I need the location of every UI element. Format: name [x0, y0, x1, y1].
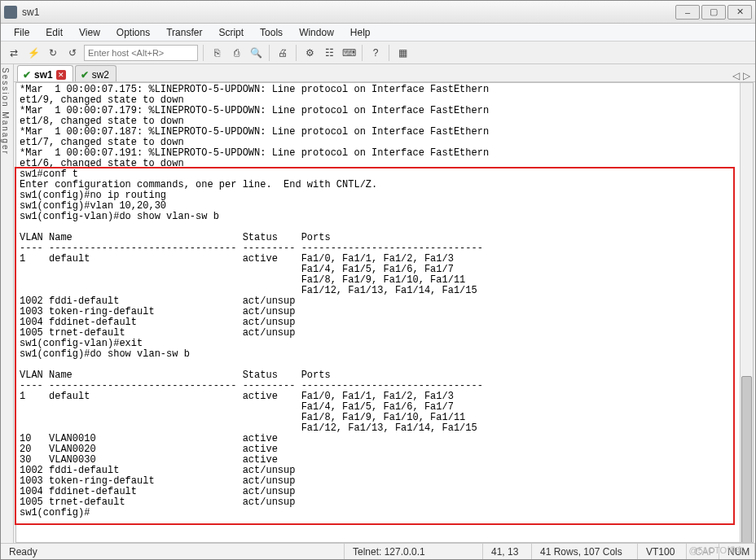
session-manager-sidebar[interactable]: Session Manager [1, 64, 14, 543]
window-title: sw1 [22, 7, 675, 18]
tab-sw2[interactable]: ✔ sw2 [75, 65, 116, 81]
status-connection: Telnet: 127.0.0.1 [345, 544, 483, 559]
tab-sw1[interactable]: ✔ sw1 ✕ [17, 65, 73, 81]
host-input[interactable] [84, 45, 198, 61]
settings-icon[interactable]: ⚙ [301, 45, 318, 61]
vertical-scrollbar[interactable] [740, 83, 753, 542]
menu-script[interactable]: Script [212, 25, 250, 40]
status-emulation: VT100 [638, 544, 687, 559]
body-row: Session Manager ✔ sw1 ✕ ✔ sw2 ◁ ▷ *Mar [1, 64, 755, 543]
loop2-icon[interactable]: ↺ [64, 45, 81, 61]
status-cursor-pos: 41, 13 [483, 544, 532, 559]
menu-window[interactable]: Window [292, 25, 341, 40]
menu-options[interactable]: Options [110, 25, 156, 40]
reconnect-icon[interactable]: ⇄ [6, 45, 22, 61]
status-size: 41 Rows, 107 Cols [532, 544, 638, 559]
menu-edit[interactable]: Edit [39, 25, 69, 40]
connected-icon: ✔ [81, 69, 89, 81]
keys-icon[interactable]: ⌨ [341, 45, 357, 61]
quick-connect-icon[interactable]: ⚡ [25, 45, 42, 61]
toolbar-separator [203, 45, 204, 61]
toolbar: ⇄ ⚡ ↻ ↺ ⎘ ⎙ 🔍 🖨 ⚙ ☷ ⌨ ? ▦ [1, 42, 755, 64]
copy-icon[interactable]: ⎘ [209, 45, 225, 61]
statusbar: Ready Telnet: 127.0.0.1 41, 13 41 Rows, … [1, 543, 755, 559]
menu-transfer[interactable]: Transfer [160, 25, 209, 40]
loop-icon[interactable]: ↻ [45, 45, 61, 61]
connected-icon: ✔ [23, 69, 31, 81]
print-icon[interactable]: 🖨 [275, 45, 291, 61]
options-icon[interactable]: ☷ [321, 45, 337, 61]
scrollbar-thumb[interactable] [741, 376, 752, 543]
script-icon[interactable]: ▦ [394, 45, 411, 61]
find-icon[interactable]: 🔍 [248, 45, 264, 61]
terminal-output[interactable]: *Mar 1 00:00:07.175: %LINEPROTO-5-UPDOWN… [16, 83, 740, 542]
toolbar-separator [389, 45, 389, 61]
session-tabs: ✔ sw1 ✕ ✔ sw2 ◁ ▷ [14, 64, 755, 82]
app-icon [4, 6, 17, 19]
menu-tools[interactable]: Tools [253, 25, 289, 40]
toolbar-separator [296, 45, 297, 61]
status-cap: CAP [687, 544, 719, 559]
app-window: sw1 – ▢ ✕ File Edit View Options Transfe… [0, 0, 756, 560]
menu-view[interactable]: View [73, 25, 107, 40]
terminal-wrap: *Mar 1 00:00:07.175: %LINEPROTO-5-UPDOWN… [15, 82, 754, 543]
minimize-button[interactable]: – [675, 5, 700, 20]
close-button[interactable]: ✕ [727, 5, 752, 20]
paste-icon[interactable]: ⎙ [228, 45, 244, 61]
menubar: File Edit View Options Transfer Script T… [1, 24, 755, 42]
close-tab-icon[interactable]: ✕ [56, 70, 66, 80]
status-num: NUM [719, 544, 755, 559]
tab-nav-next-icon[interactable]: ▷ [743, 70, 750, 81]
titlebar[interactable]: sw1 – ▢ ✕ [1, 1, 755, 24]
maximize-button[interactable]: ▢ [701, 5, 726, 20]
status-ready: Ready [1, 544, 345, 559]
tab-nav-prev-icon[interactable]: ◁ [732, 70, 740, 81]
help-icon[interactable]: ? [367, 45, 384, 61]
menu-file[interactable]: File [7, 25, 36, 40]
tab-label: sw2 [92, 69, 109, 81]
menu-help[interactable]: Help [344, 25, 377, 40]
toolbar-separator [362, 45, 363, 61]
main-column: ✔ sw1 ✕ ✔ sw2 ◁ ▷ *Mar 1 00:00:07.175: %… [14, 64, 755, 543]
tab-label: sw1 [34, 69, 53, 81]
toolbar-separator [269, 45, 270, 61]
